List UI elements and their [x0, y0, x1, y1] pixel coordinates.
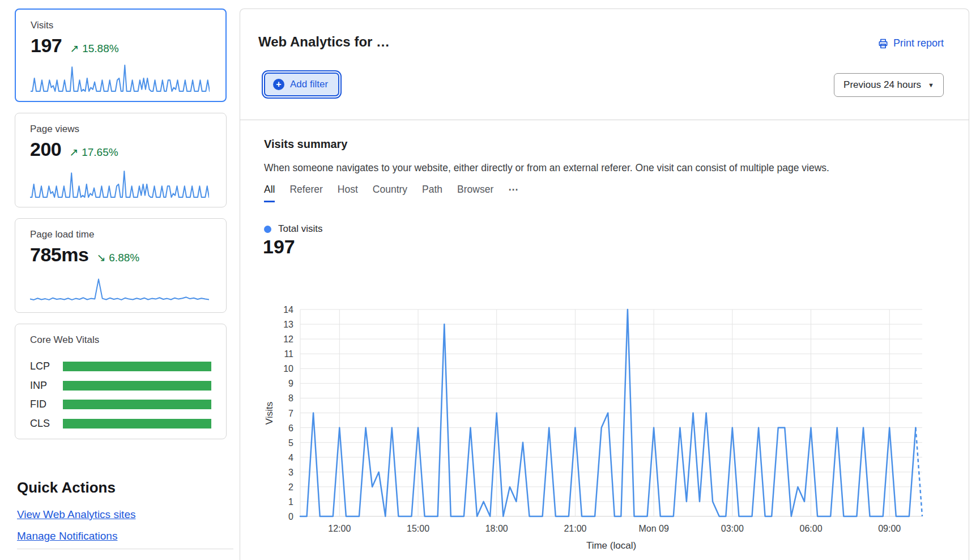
- vital-row: CLS: [30, 418, 212, 429]
- summary-tabs: All Referer Host Country Path Browser ⋯: [264, 184, 519, 202]
- svg-text:12: 12: [283, 334, 293, 344]
- svg-text:21:00: 21:00: [564, 524, 586, 533]
- total-visits-value: 197: [263, 236, 295, 258]
- svg-text:15:00: 15:00: [407, 524, 429, 533]
- delta-badge: ↗ 17.65%: [69, 146, 118, 159]
- svg-text:Visits: Visits: [264, 402, 275, 425]
- vital-label: LCP: [30, 360, 50, 372]
- vital-row: LCP: [30, 360, 212, 372]
- legend-total-visits[interactable]: Total visits: [264, 223, 322, 235]
- chevron-down-icon: ▼: [928, 82, 934, 88]
- sparkline-chart: [30, 275, 209, 304]
- tab-host[interactable]: Host: [338, 184, 358, 202]
- vital-bar: [63, 381, 211, 391]
- add-filter-button[interactable]: + Add filter: [264, 73, 339, 96]
- card-title: Core Web Vitals: [30, 334, 99, 346]
- add-filter-label: Add filter: [290, 79, 328, 90]
- vital-bar: [63, 419, 211, 429]
- card-page-load-time[interactable]: Page load time 785ms ↘ 6.88%: [15, 218, 227, 313]
- page-title: Web Analytics for …: [258, 34, 390, 50]
- trend-up-icon: ↗: [70, 42, 79, 55]
- svg-text:09:00: 09:00: [878, 524, 901, 533]
- plus-circle-icon: +: [273, 79, 284, 90]
- vital-label: CLS: [30, 418, 50, 430]
- summary-title: Visits summary: [264, 138, 348, 151]
- vital-row: FID: [30, 398, 212, 410]
- sparkline-chart: [30, 169, 209, 199]
- svg-text:1: 1: [288, 497, 293, 507]
- svg-text:13: 13: [283, 320, 293, 329]
- card-value: 200: [30, 138, 61, 160]
- vital-bar: [63, 400, 211, 409]
- legend-label: Total visits: [278, 223, 322, 235]
- card-page-views[interactable]: Page views 200 ↗ 17.65%: [15, 113, 227, 207]
- tab-referer[interactable]: Referer: [289, 184, 322, 202]
- svg-text:7: 7: [288, 409, 293, 418]
- delta-value: 6.88%: [109, 252, 139, 264]
- trend-down-icon: ↘: [96, 251, 105, 264]
- svg-text:10: 10: [283, 364, 293, 374]
- delta-value: 17.65%: [82, 146, 118, 159]
- svg-text:2: 2: [288, 482, 293, 492]
- svg-text:3: 3: [288, 468, 293, 477]
- sparkline-chart: [31, 63, 210, 93]
- svg-text:Mon 09: Mon 09: [638, 524, 668, 533]
- visits-line-chart: 0123456789101112131412:0015:0018:0021:00…: [257, 301, 965, 559]
- card-value: 785ms: [30, 244, 88, 266]
- delta-badge: ↘ 6.88%: [96, 251, 139, 264]
- divider: [240, 120, 969, 120]
- card-title: Page load time: [30, 229, 94, 240]
- link-manage-notifications[interactable]: Manage Notifications: [17, 530, 117, 542]
- vital-row: INP: [30, 380, 212, 391]
- delta-value: 15.88%: [82, 43, 118, 55]
- svg-text:14: 14: [283, 305, 293, 315]
- print-report-label: Print report: [893, 37, 944, 49]
- main-panel: Web Analytics for … Print report + Add f…: [240, 9, 969, 560]
- card-value: 197: [31, 35, 62, 57]
- time-range-label: Previous 24 hours: [843, 79, 921, 91]
- core-web-vitals-card[interactable]: Core Web Vitals LCP INP FID CLS: [15, 324, 227, 439]
- card-visits[interactable]: Visits 197 ↗ 15.88%: [15, 9, 227, 102]
- card-title: Page views: [30, 124, 79, 135]
- svg-text:4: 4: [288, 453, 293, 463]
- tab-all[interactable]: All: [264, 184, 275, 202]
- quick-actions-title: Quick Actions: [17, 479, 116, 497]
- tab-country[interactable]: Country: [373, 184, 407, 202]
- summary-description: When someone navigates to your website, …: [264, 162, 829, 174]
- tab-browser[interactable]: Browser: [457, 184, 493, 202]
- svg-text:Time (local): Time (local): [586, 540, 636, 551]
- delta-badge: ↗ 15.88%: [70, 42, 118, 55]
- trend-up-icon: ↗: [69, 146, 78, 159]
- tab-path[interactable]: Path: [422, 184, 442, 202]
- svg-text:12:00: 12:00: [328, 524, 351, 533]
- printer-icon: [877, 38, 889, 49]
- svg-text:03:00: 03:00: [721, 524, 744, 533]
- vital-label: FID: [30, 398, 46, 410]
- card-title: Visits: [31, 20, 53, 31]
- vital-bar: [63, 362, 211, 371]
- tabs-overflow-button[interactable]: ⋯: [508, 184, 519, 202]
- time-range-dropdown[interactable]: Previous 24 hours ▼: [834, 73, 944, 97]
- print-report-link[interactable]: Print report: [877, 37, 944, 49]
- svg-text:18:00: 18:00: [485, 524, 508, 533]
- svg-text:6: 6: [288, 423, 293, 433]
- vital-label: INP: [30, 380, 47, 392]
- legend-dot-icon: [264, 226, 271, 233]
- svg-text:11: 11: [284, 349, 293, 359]
- divider: [17, 549, 233, 549]
- svg-text:9: 9: [288, 379, 293, 388]
- svg-text:06:00: 06:00: [799, 524, 822, 533]
- svg-text:8: 8: [288, 393, 293, 403]
- svg-text:0: 0: [288, 512, 293, 521]
- svg-text:5: 5: [288, 438, 293, 448]
- link-view-web-analytics-sites[interactable]: View Web Analytics sites: [17, 508, 135, 521]
